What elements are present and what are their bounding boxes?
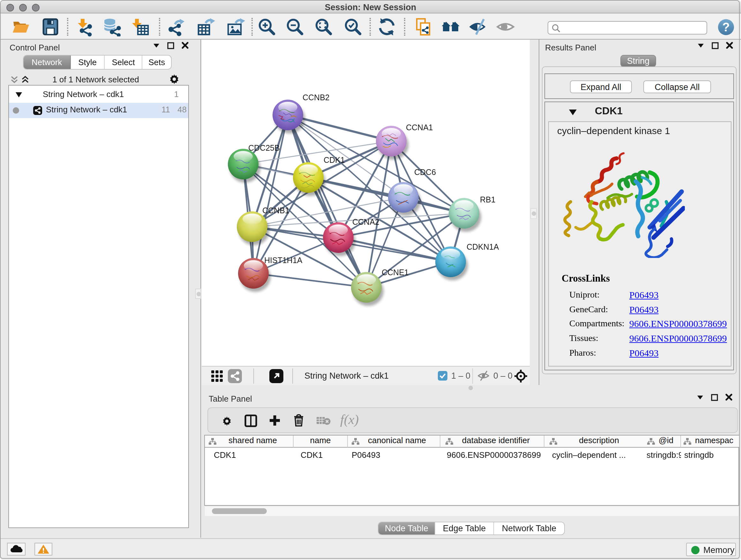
svg-text:CCNA1: CCNA1	[406, 123, 433, 132]
svg-text:RB1: RB1	[480, 195, 495, 204]
svg-text:CDC25B: CDC25B	[248, 143, 280, 152]
svg-text:CCNE1: CCNE1	[382, 268, 409, 277]
svg-text:CCNB2: CCNB2	[302, 93, 330, 102]
svg-text:CCNA2: CCNA2	[352, 217, 380, 226]
svg-text:CDKN1A: CDKN1A	[467, 242, 499, 251]
svg-text:CDC6: CDC6	[414, 168, 436, 177]
svg-text:CCNB1: CCNB1	[262, 206, 289, 215]
svg-text:CDK1: CDK1	[324, 155, 345, 165]
svg-text:HIST1H1A: HIST1H1A	[264, 256, 302, 265]
